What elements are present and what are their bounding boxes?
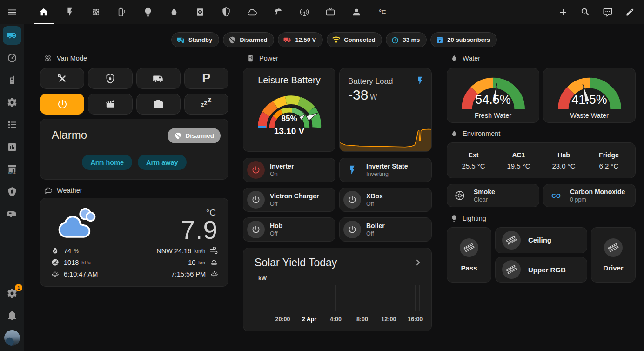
temp-ac1[interactable]: AC119.5 °C <box>496 151 541 170</box>
sidebar-item-van[interactable] <box>1 24 23 47</box>
chip-latency[interactable]: 33 ms <box>386 32 427 47</box>
safety-sensors: SmokeClear CO Carbon Monoxide0 ppm <box>447 184 636 207</box>
co-sensor[interactable]: CO Carbon Monoxide0 ppm <box>543 184 636 207</box>
column-status: Water 54.5% Fresh Water <box>447 53 636 283</box>
sidebar-item-caravan[interactable] <box>1 203 23 225</box>
switch-boiler[interactable]: BoilerOff <box>339 217 432 242</box>
switch-victron-charger[interactable]: Victron ChargerOff <box>243 188 335 212</box>
power-icon <box>343 221 361 238</box>
temp-ext[interactable]: Ext25.5 °C <box>451 151 496 170</box>
tab-media[interactable] <box>317 0 343 24</box>
switch-hob[interactable]: HobOff <box>243 217 335 242</box>
mode-button-power[interactable] <box>40 94 84 115</box>
add-button[interactable] <box>552 0 574 24</box>
sidebar-item-settings[interactable] <box>1 91 23 114</box>
mode-button-sleep[interactable]: zzz <box>184 94 228 115</box>
assist-button[interactable] <box>597 0 619 24</box>
power-switches: InverterOn Inverter StateInverting Victr… <box>243 158 432 242</box>
tab-home[interactable] <box>31 0 57 24</box>
switch-inverter[interactable]: InverterOn <box>243 158 335 182</box>
tab-cloud[interactable] <box>239 0 265 24</box>
light-driver[interactable]: Driver <box>591 227 636 283</box>
sidebar-item-speedometer[interactable] <box>1 47 23 69</box>
tab-battery[interactable] <box>109 0 135 24</box>
home-icon <box>39 7 49 17</box>
mode-button-work[interactable] <box>136 94 181 115</box>
sidebar: HACS 1 <box>0 24 24 351</box>
tab-person[interactable] <box>343 0 369 24</box>
mode-button-movie[interactable] <box>88 94 132 115</box>
mode-button-drive[interactable] <box>136 68 181 89</box>
cloud-icon <box>247 7 257 17</box>
switch-xbox[interactable]: XBoxOff <box>339 188 432 212</box>
weather-cloud-icon <box>44 186 52 195</box>
chip-subscribers[interactable]: 20 subscribers <box>430 32 497 47</box>
mode-button-parked[interactable]: P <box>184 68 228 89</box>
sidebar-item-alarm[interactable] <box>1 181 23 203</box>
tab-fusebox[interactable] <box>187 0 213 24</box>
celsius-icon: °C <box>379 8 386 16</box>
tab-water[interactable] <box>161 0 187 24</box>
x-tick: 2 Apr <box>302 316 317 323</box>
light-ceiling[interactable]: Ceiling <box>495 227 587 253</box>
led-strip-icon <box>502 260 521 279</box>
power-icon <box>343 191 361 209</box>
sidebar-item-cellphone[interactable] <box>1 69 23 91</box>
fusebox-icon <box>247 54 255 62</box>
mode-button-tools[interactable] <box>40 68 84 89</box>
wind-icon <box>209 246 219 256</box>
tab-network[interactable] <box>291 0 317 24</box>
search-button[interactable] <box>574 0 597 24</box>
chevron-right-icon[interactable] <box>414 258 422 267</box>
tab-lights[interactable] <box>135 0 161 24</box>
sensor-inverter-state[interactable]: Inverter StateInverting <box>339 158 432 182</box>
edit-button[interactable] <box>619 0 641 24</box>
sidebar-item-hacs[interactable]: HACS <box>1 158 23 181</box>
top-bar: °C <box>0 0 644 24</box>
battery-load-card[interactable]: Battery Load -38W <box>339 68 432 152</box>
waste-water-card[interactable]: 41.5% Waste Water <box>543 68 636 123</box>
mode-button-secure[interactable] <box>88 68 132 89</box>
humidity-value: 74 <box>64 247 71 255</box>
leisure-battery-card[interactable]: Leisure Battery <box>243 68 335 152</box>
arm-home-button[interactable]: Arm home <box>82 155 132 170</box>
sidebar-item-profile[interactable] <box>1 327 23 349</box>
light-label: Ceiling <box>528 236 551 244</box>
tab-security[interactable] <box>213 0 239 24</box>
x-tick: 12:00 <box>381 316 396 323</box>
sidebar-item-history[interactable] <box>1 136 23 158</box>
chip-battery-voltage[interactable]: 12.50 V <box>278 32 323 47</box>
fresh-water-card[interactable]: 54.5% Fresh Water <box>447 68 539 123</box>
arm-away-button[interactable]: Arm away <box>138 155 187 170</box>
chip-label: Connected <box>344 36 375 43</box>
latency-clock-icon <box>391 36 399 44</box>
tab-cameras[interactable] <box>265 0 291 24</box>
sidebar-item-notifications[interactable] <box>1 304 23 327</box>
light-upper-rgb[interactable]: Upper RGB <box>495 257 587 283</box>
sunrise-value: 6:10:47 AM <box>64 270 98 278</box>
smoke-sensor[interactable]: SmokeClear <box>447 184 539 207</box>
view-tabs: °C <box>31 0 396 24</box>
column-van-mode: Van Mode P zzz Alarmo Disarmed Arm home … <box>40 53 228 287</box>
humidity-icon <box>51 246 60 255</box>
led-strip-icon <box>460 238 478 257</box>
weather-card[interactable]: °C 7.9 74% 1018hPa 6:10:47 AM NNW 24.16k… <box>40 198 228 287</box>
chip-wifi[interactable]: Connected <box>327 32 382 47</box>
tab-automation[interactable] <box>83 0 109 24</box>
light-pass[interactable]: Pass <box>447 227 491 283</box>
chip-standby[interactable]: Standby <box>171 32 219 47</box>
chart-title: Solar Yield Today <box>255 256 337 269</box>
sidebar-item-todo[interactable] <box>1 114 23 136</box>
tab-climate[interactable]: °C <box>369 0 396 24</box>
alarm-state-badge[interactable]: Disarmed <box>168 128 221 143</box>
chip-alarm-state[interactable]: Disarmed <box>223 32 274 47</box>
light-label: Upper RGB <box>528 266 566 274</box>
water-drop-icon <box>450 130 458 137</box>
tab-energy[interactable] <box>57 0 83 24</box>
temp-fridge[interactable]: Fridge6.2 °C <box>586 151 631 170</box>
alarm-actions: Arm home Arm away <box>40 155 228 170</box>
menu-button[interactable] <box>0 0 24 24</box>
temp-hab[interactable]: Hab23.0 °C <box>541 151 586 170</box>
cloudy-icon <box>54 207 98 239</box>
sidebar-item-config[interactable]: 1 <box>1 282 23 304</box>
